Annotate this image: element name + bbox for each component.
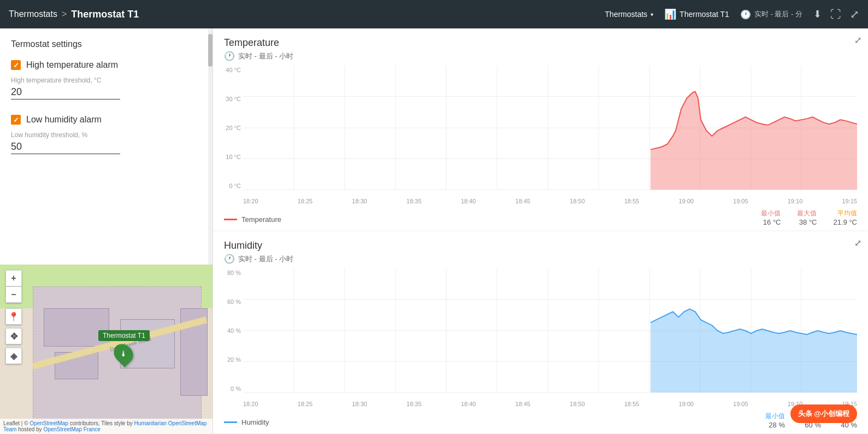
- x-label-1830: 18:30: [352, 198, 367, 204]
- humidity-chart-title: Humidity: [224, 240, 857, 251]
- humidity-chart-card: Humidity 🕐 实时 - 最后 - 小时 ⤢ 0 % 20 % 40 % …: [213, 231, 868, 434]
- y-label-40c: 40 °C: [224, 67, 243, 73]
- humidity-y-axis: 0 % 20 % 40 % 60 % 80 %: [224, 268, 243, 393]
- high-temp-threshold-value[interactable]: 20: [11, 86, 120, 99]
- humidity-expand-button[interactable]: ⤢: [854, 238, 861, 248]
- map-zoom-out[interactable]: −: [5, 286, 22, 303]
- time-range-selector[interactable]: 🕐 实时 - 最后 - 分: [740, 9, 802, 20]
- low-humidity-alarm-row: Low humidity alarm: [11, 115, 202, 125]
- y-label-10c: 10 °C: [224, 154, 243, 160]
- humidity-chart-footer: Humidity 最小值 28 % 最大值 60 % 平均值 40 %: [224, 412, 857, 429]
- watermark: 头条 @小创编程: [790, 404, 857, 423]
- hx-label-1855: 18:55: [624, 401, 640, 407]
- hx-label-1830: 18:30: [352, 401, 367, 407]
- low-humidity-alarm-checkbox[interactable]: [11, 115, 21, 125]
- humidity-svg-container: [243, 268, 857, 393]
- temperature-chart-card: Temperature 🕐 实时 - 最后 - 小时 ⤢ 0 °C 10 °C …: [213, 28, 868, 231]
- scrollbar-thumb[interactable]: [208, 34, 212, 67]
- attribution-text-2: hosted by: [18, 426, 43, 432]
- temperature-avg-value: 21.9 °C: [833, 218, 857, 226]
- nav-thermostat-label: Thermostat T1: [680, 10, 729, 19]
- y-label-0p: 0 %: [224, 385, 243, 392]
- humidity-area-fill: [651, 309, 857, 392]
- temperature-avg-stat: 平均值 21.9 °C: [833, 209, 857, 226]
- screenshot-icon[interactable]: ⛶: [830, 8, 841, 21]
- y-label-60p: 60 %: [224, 298, 243, 305]
- temperature-chart-footer: Temperature 最小值 16 °C 最大值 38 °C 平均值 21.9…: [224, 209, 857, 226]
- nav-thermostat-t1[interactable]: 📊 Thermostat T1: [664, 8, 729, 20]
- temperature-chart-title: Temperature: [224, 37, 857, 49]
- y-label-40p: 40 %: [224, 327, 243, 334]
- breadcrumb-parent[interactable]: Thermostats: [9, 9, 57, 19]
- y-label-80p: 80 %: [224, 269, 243, 276]
- hx-label-1840: 18:40: [461, 401, 476, 407]
- map-zoom-in[interactable]: +: [5, 270, 22, 286]
- humidity-x-axis: 18:20 18:25 18:30 18:35 18:40 18:45 18:5…: [243, 393, 857, 409]
- map-location-icon[interactable]: 📍: [5, 308, 22, 325]
- y-label-0c: 0 °C: [224, 183, 243, 189]
- y-label-30c: 30 °C: [224, 96, 243, 102]
- temperature-x-axis: 18:20 18:25 18:30 18:35 18:40 18:45 18:5…: [243, 190, 857, 207]
- leaflet-attribution: Leaflet | ©: [3, 420, 29, 426]
- breadcrumb-active: Thermostat T1: [71, 9, 139, 20]
- humidity-legend-label: Humidity: [241, 418, 269, 426]
- x-label-1825: 18:25: [298, 198, 313, 204]
- chevron-down-icon: ▾: [651, 11, 653, 17]
- humidity-min-stat: 最小值 28 %: [765, 412, 785, 429]
- device-icon: 📊: [664, 8, 676, 20]
- nav-thermostats[interactable]: Thermostats ▾: [605, 10, 653, 19]
- humidity-min-label: 最小值: [765, 412, 785, 421]
- osm-link[interactable]: OpenStreetMap: [29, 420, 68, 426]
- high-temp-alarm-checkbox[interactable]: [11, 60, 21, 70]
- header-nav: Thermostats ▾ 📊 Thermostat T1 🕐 实时 - 最后 …: [605, 8, 859, 21]
- low-humidity-alarm-label: Low humidity alarm: [26, 115, 102, 125]
- low-humidity-threshold-group: Low humidity threshold, % 50: [11, 131, 202, 156]
- header: Thermostats > Thermostat T1 Thermostats …: [0, 0, 868, 28]
- temperature-svg: [243, 66, 857, 190]
- hx-label-1820: 18:20: [243, 401, 258, 407]
- map-zoom-group: + −: [5, 270, 22, 303]
- map-attribution: Leaflet | © OpenStreetMap contributors, …: [0, 419, 212, 434]
- humidity-legend-line: [224, 421, 237, 423]
- map-controls: + − 📍 ✥ ◈: [5, 270, 22, 364]
- hx-label-1850: 18:50: [570, 401, 585, 407]
- y-label-20c: 20 °C: [224, 125, 243, 131]
- osm-france-link[interactable]: OpenStreetMap France: [43, 426, 101, 432]
- marker-label: Thermostat T1: [98, 330, 150, 341]
- x-label-1905: 19:05: [733, 198, 748, 204]
- temperature-area-fill: [651, 92, 857, 190]
- breadcrumb: Thermostats > Thermostat T1: [9, 9, 139, 20]
- low-humidity-threshold-label: Low humidity threshold, %: [11, 131, 202, 139]
- humidity-legend: Humidity: [224, 418, 269, 426]
- download-icon[interactable]: ⬇: [813, 8, 822, 20]
- high-temp-threshold-group: High temperature threshold, °C 20: [11, 77, 202, 102]
- map-erase-icon[interactable]: ◈: [5, 348, 22, 364]
- hx-label-1845: 18:45: [515, 401, 530, 407]
- thermometer-icon: 🌡: [120, 349, 127, 358]
- right-panel: Temperature 🕐 实时 - 最后 - 小时 ⤢ 0 °C 10 °C …: [213, 28, 868, 434]
- temperature-legend-line: [224, 219, 237, 220]
- temperature-avg-label: 平均值: [833, 209, 857, 218]
- humidity-svg: [243, 268, 857, 393]
- low-humidity-threshold-value[interactable]: 50: [11, 141, 120, 154]
- temperature-chart-area: 0 °C 10 °C 20 °C 30 °C 40 °C: [224, 66, 857, 207]
- temperature-max-stat: 最大值 38 °C: [797, 209, 817, 226]
- high-temp-alarm-row: High temperature alarm: [11, 60, 202, 70]
- settings-section: Termostat settings High temperature alar…: [0, 28, 212, 265]
- x-label-1850: 18:50: [570, 198, 585, 204]
- temperature-expand-button[interactable]: ⤢: [854, 35, 861, 45]
- x-label-1835: 18:35: [406, 198, 422, 204]
- clock-icon-temp: 🕐: [224, 51, 235, 61]
- clock-icon: 🕐: [740, 9, 751, 20]
- expand-icon[interactable]: ⤢: [850, 8, 859, 21]
- temperature-min-value: 16 °C: [761, 218, 781, 226]
- temperature-time-label: 实时 - 最后 - 小时: [238, 51, 293, 61]
- temperature-min-label: 最小值: [761, 209, 781, 218]
- map-move-icon[interactable]: ✥: [5, 328, 22, 344]
- x-label-1900: 19:00: [678, 198, 694, 204]
- temperature-y-axis: 0 °C 10 °C 20 °C 30 °C 40 °C: [224, 66, 243, 190]
- temperature-stats: 最小值 16 °C 最大值 38 °C 平均值 21.9 °C: [761, 209, 857, 226]
- humidity-chart-area: 0 % 20 % 40 % 60 % 80 %: [224, 268, 857, 409]
- y-label-20p: 20 %: [224, 356, 243, 363]
- temperature-max-label: 最大值: [797, 209, 817, 218]
